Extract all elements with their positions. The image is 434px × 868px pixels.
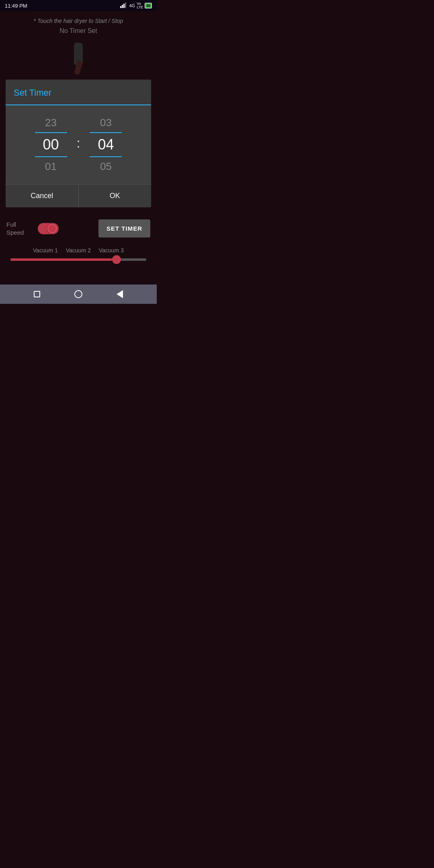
hours-picker[interactable]: 23 00 01 [27,113,75,176]
vacuum-tab-3[interactable]: Vacuum 3 [99,247,124,254]
home-button[interactable] [71,287,86,301]
speed-row: FullSpeed SET TIMER [6,219,150,237]
slider-container[interactable] [6,258,150,261]
vacuum-tab-1[interactable]: Vacuum 1 [33,247,58,254]
svg-rect-0 [120,6,121,8]
svg-rect-3 [125,2,126,8]
dialog-title-bar: Set Timer [6,80,151,105]
minutes-below: 05 [82,157,130,176]
hairdryer-shape [70,43,86,75]
signal-icon [120,2,127,9]
minutes-selected[interactable]: 04 [98,135,114,155]
vacuum-tabs: Vacuum 1 Vacuum 2 Vacuum 3 [6,247,150,254]
set-timer-button[interactable]: SET TIMER [98,219,150,237]
hours-above: 23 [27,113,75,132]
cancel-button[interactable]: Cancel [6,184,79,207]
hours-below: 01 [27,157,75,176]
hours-line-top [35,132,67,133]
back-button[interactable] [113,287,127,301]
hint-text: * Touch the hair dryer to Start / Stop [0,18,157,24]
navigation-bar [0,285,157,304]
minutes-line-top [90,132,122,133]
dialog-title: Set Timer [14,88,51,98]
status-icons: 4G VoLTE 35 [120,2,152,9]
minutes-above: 03 [82,113,130,132]
battery-icon: 35 [145,3,152,8]
recent-apps-button[interactable] [30,287,44,301]
dialog-buttons: Cancel OK [6,184,151,207]
bottom-controls: FullSpeed SET TIMER Vacuum 1 Vacuum 2 Va… [0,207,157,270]
status-time: 11:49 PM [5,3,27,9]
set-timer-dialog: Set Timer 23 00 01 : 0 [6,80,151,207]
slider-track [10,258,146,261]
toggle-thumb [47,224,57,233]
svg-rect-1 [122,5,123,8]
svg-rect-2 [123,4,125,8]
slider-fill [10,258,117,261]
vacuum-tab-2[interactable]: Vacuum 2 [66,247,91,254]
picker-row: 23 00 01 : 03 04 [6,113,151,176]
app-background: * Touch the hair dryer to Start / Stop N… [0,11,157,285]
hours-selected[interactable]: 00 [43,135,59,155]
minutes-selected-wrapper: 04 [82,132,130,157]
status-bar: 11:49 PM 4G VoLTE 35 [0,0,157,11]
picker-area[interactable]: 23 00 01 : 03 04 [6,105,151,184]
volte-label: VoLTE [137,2,143,9]
hours-selected-wrapper: 00 [27,132,75,157]
network-label: 4G [129,3,135,8]
back-icon [117,290,123,298]
recent-apps-icon [34,291,40,297]
time-separator: : [77,136,80,154]
timer-status-text: No Timer Set [0,27,157,35]
hairdryer-illustration[interactable] [0,43,157,75]
minutes-picker[interactable]: 03 04 05 [82,113,130,176]
ok-button[interactable]: OK [79,184,151,207]
slider-thumb[interactable] [112,255,121,264]
home-icon [74,290,82,298]
full-speed-toggle[interactable] [38,223,59,234]
speed-label: FullSpeed [6,221,35,236]
